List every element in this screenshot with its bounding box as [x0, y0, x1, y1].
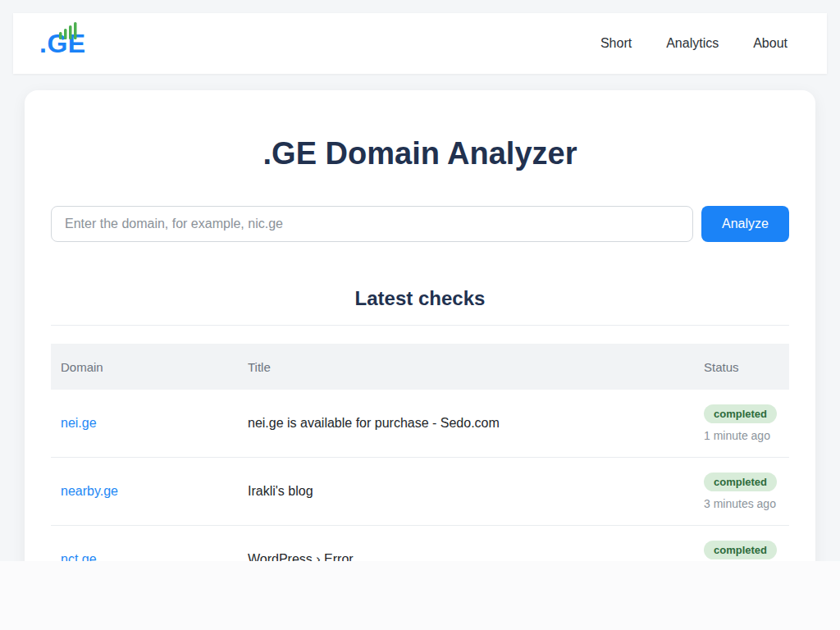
- status-badge: completed: [704, 472, 777, 491]
- search-row: Analyze: [51, 206, 789, 242]
- latest-checks-heading: Latest checks: [51, 287, 789, 310]
- analyze-button[interactable]: Analyze: [701, 206, 789, 242]
- status-time: 1 minute ago: [704, 429, 770, 442]
- table-row: nct.ge WordPress › Error completed 5 min…: [51, 526, 789, 561]
- main-nav: Short Analytics About: [566, 36, 788, 51]
- domain-link[interactable]: nearby.ge: [61, 484, 118, 498]
- page-title: .GE Domain Analyzer: [51, 136, 789, 171]
- table-row: nei.ge nei.ge is available for purchase …: [51, 390, 789, 458]
- nav-item-analytics[interactable]: Analytics: [666, 36, 719, 51]
- status-badge: completed: [704, 404, 777, 423]
- latest-checks-table: Domain Title Status nei.ge nei.ge is ava…: [51, 344, 789, 561]
- nav-item-about[interactable]: About: [753, 36, 788, 51]
- column-header-status: Status: [694, 360, 789, 374]
- logo-chart-icon: [59, 21, 80, 44]
- column-header-domain: Domain: [51, 360, 238, 374]
- page-background: .GE Short Analytics About .GE Domain Ana…: [0, 0, 840, 561]
- domain-search-input[interactable]: [51, 206, 693, 242]
- table-row: nearby.ge Irakli's blog completed 3 minu…: [51, 458, 789, 526]
- check-title: Irakli's blog: [248, 484, 313, 498]
- main-card: .GE Domain Analyzer Analyze Latest check…: [25, 90, 815, 561]
- table-header-row: Domain Title Status: [51, 344, 789, 390]
- nav-item-short[interactable]: Short: [600, 36, 632, 51]
- check-title: WordPress › Error: [248, 552, 354, 561]
- section-divider: [51, 325, 789, 326]
- domain-link[interactable]: nct.ge: [61, 552, 97, 561]
- status-badge: completed: [704, 541, 777, 559]
- logo[interactable]: .GE: [39, 29, 86, 59]
- column-header-title: Title: [238, 360, 694, 374]
- page: .GE Short Analytics About .GE Domain Ana…: [0, 0, 840, 630]
- app-header: .GE Short Analytics About: [13, 13, 827, 74]
- status-time: 3 minutes ago: [704, 497, 776, 510]
- check-title: nei.ge is available for purchase - Sedo.…: [248, 416, 500, 430]
- page-bottom-area: [0, 561, 840, 630]
- domain-link[interactable]: nei.ge: [61, 416, 97, 430]
